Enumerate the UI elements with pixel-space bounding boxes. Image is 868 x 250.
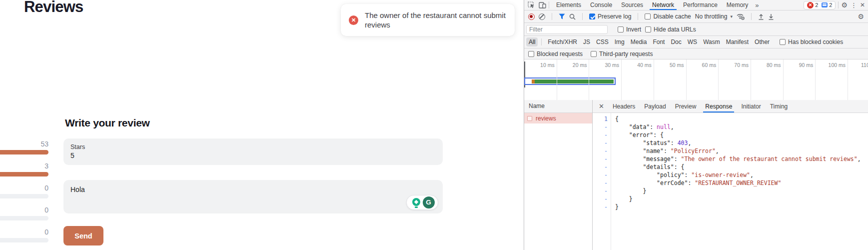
preserve-log-toggle[interactable]: Preserve log [589,13,631,20]
type-pill-all[interactable]: All [526,38,538,46]
detail-tab-response[interactable]: Response [701,100,737,112]
disable-cache-toggle[interactable]: Disable cache [645,13,691,20]
hide-data-urls-toggle[interactable]: Hide data URLs [645,26,696,33]
close-detail-icon[interactable]: ✕ [595,102,608,110]
fold-marker[interactable]: - [593,163,608,171]
search-icon[interactable] [569,14,576,20]
code-line: { [615,115,861,123]
rating-count: 0 [0,228,48,236]
settings-gear-icon[interactable]: ⚙ [841,1,848,9]
devtools-tab-sources[interactable]: Sources [617,0,648,10]
network-main-split: Name reviews ✕ HeadersPayloadPreviewResp… [524,100,868,250]
fold-marker[interactable]: - [593,187,608,195]
name-column-header[interactable]: Name [524,100,592,113]
type-pill-img[interactable]: Img [612,38,627,46]
send-button[interactable]: Send [63,226,103,246]
request-row-reviews[interactable]: reviews [524,113,592,124]
review-textarea[interactable]: Hola G [63,180,443,214]
blocked-requests-checkbox[interactable] [528,51,534,57]
response-source: { "data": null, "error": { "status": 403… [611,113,861,250]
grammarly-widget[interactable]: G [406,195,438,210]
response-viewer[interactable]: 1----------- { "data": null, "error": { … [593,113,868,250]
timeline-tick-label: 40 ms [616,62,652,68]
detail-tab-headers[interactable]: Headers [608,100,640,112]
detail-tab-strip: HeadersPayloadPreviewResponseInitiatorTi… [608,100,792,112]
clear-network-log-icon[interactable] [539,14,545,20]
issues-badge-group[interactable]: ✕2 2 [804,1,836,10]
timeline-tick-label: 80 ms [745,62,781,68]
menu-dots-icon[interactable]: ⋮ [848,2,860,9]
third-party-requests-toggle[interactable]: Third-party requests [591,50,653,58]
overview-selected-request-bar[interactable] [524,78,616,85]
timeline-tick-label: 70 ms [713,62,749,68]
hide-data-urls-checkbox[interactable] [645,26,651,32]
fold-marker[interactable]: - [593,195,608,203]
toast-message: The owner of the restaurant cannot submi… [365,10,507,30]
network-settings-gear-icon[interactable]: ⚙ [858,12,864,20]
grammarly-logo-icon[interactable]: G [423,196,435,208]
fold-marker[interactable]: - [593,171,608,179]
devtools-tab-console[interactable]: Console [586,0,617,10]
code-line: } [615,203,861,211]
type-pill-doc[interactable]: Doc [668,38,684,46]
fold-marker[interactable]: - [593,131,608,139]
import-har-icon[interactable] [758,14,764,20]
rating-bar-row: 0 [0,228,48,242]
network-filter-input[interactable] [526,25,608,34]
rating-bar [0,172,48,176]
type-pill-js[interactable]: JS [581,38,593,46]
record-network-log-icon[interactable] [528,14,535,20]
review-text: Hola [70,186,85,194]
more-tabs-icon[interactable]: » [753,2,761,9]
network-conditions-icon[interactable] [737,14,745,20]
type-pill-manifest[interactable]: Manifest [724,38,751,46]
type-pill-wasm[interactable]: Wasm [701,38,723,46]
third-party-requests-checkbox[interactable] [591,51,597,57]
network-filter-row: Invert Hide data URLs [524,23,868,36]
detail-tab-initiator[interactable]: Initiator [737,100,765,112]
blocked-requests-toggle[interactable]: Blocked requests [528,50,583,58]
throttling-dropdown[interactable]: No throttling ▾ [695,13,733,20]
has-blocked-cookies-checkbox[interactable] [780,39,786,45]
detail-tab-preview[interactable]: Preview [671,100,701,112]
type-pill-other[interactable]: Other [752,38,772,46]
fold-marker[interactable]: - [593,203,608,211]
invert-toggle[interactable]: Invert [618,26,641,33]
detail-tab-timing[interactable]: Timing [766,100,793,112]
code-line: "details": { [615,163,861,171]
stars-field[interactable]: Stars 5 [63,138,443,165]
fold-marker[interactable]: - [593,139,608,147]
throttling-value: No throttling [695,13,728,20]
disable-cache-checkbox[interactable] [645,14,651,20]
rating-count: 53 [0,140,48,148]
close-devtools-icon[interactable]: ✕ [860,2,865,8]
type-pill-media[interactable]: Media [628,38,650,46]
devtools-tab-elements[interactable]: Elements [552,0,586,10]
export-har-icon[interactable] [768,14,774,20]
type-pill-ws[interactable]: WS [685,38,700,46]
type-pill-fetch-xhr[interactable]: Fetch/XHR [545,38,580,46]
invert-checkbox[interactable] [618,26,624,32]
network-overview-timeline[interactable]: 10 ms20 ms30 ms40 ms50 ms60 ms70 ms80 ms… [524,60,868,100]
type-pill-css[interactable]: CSS [594,38,611,46]
grammarly-suggestion-icon[interactable] [410,196,422,208]
has-blocked-cookies-toggle[interactable]: Has blocked cookies [780,38,843,46]
devtools-tab-memory[interactable]: Memory [722,0,753,10]
fold-marker[interactable]: - [593,123,608,131]
devtools-tab-network[interactable]: Network [648,0,679,10]
filter-funnel-icon[interactable] [559,14,565,20]
type-pill-font[interactable]: Font [650,38,667,46]
error-count: 2 [815,2,818,8]
timeline-tick-label: 20 ms [551,62,587,68]
inspect-element-icon[interactable] [528,2,535,8]
detail-tab-payload[interactable]: Payload [640,100,670,112]
timeline-tick-label: 50 ms [648,62,684,68]
fold-marker[interactable]: - [593,155,608,163]
preserve-log-checkbox[interactable] [589,14,595,20]
rating-bar-row: 0 [0,184,48,198]
device-toolbar-icon[interactable] [539,2,546,8]
devtools-tab-performance[interactable]: Performance [679,0,722,10]
fold-marker[interactable]: - [593,179,608,187]
fold-marker[interactable]: - [593,147,608,155]
rating-bar-row: 53 [0,140,48,154]
